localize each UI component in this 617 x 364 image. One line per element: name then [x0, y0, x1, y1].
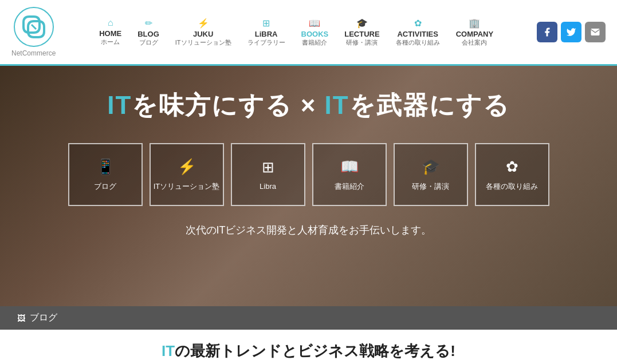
card-libra-label: Libra — [260, 182, 276, 191]
card-books[interactable]: 📖 書籍紹介 — [312, 143, 387, 206]
nav-libra-ja: ライブラリー — [247, 38, 285, 47]
nav-books[interactable]: 📖 BOOKS 書籍紹介 — [293, 15, 337, 49]
card-activities[interactable]: ✿ 各種の取り組み — [475, 143, 549, 206]
nav-lecture-en: LECTURE — [344, 30, 379, 38]
home-icon: ⌂ — [108, 18, 113, 28]
card-books-label: 書籍紹介 — [335, 181, 364, 192]
lecture-icon: 🎓 — [356, 18, 368, 29]
nav-home-ja: ホーム — [101, 38, 120, 46]
svg-line-1 — [32, 25, 36, 29]
hero-content: ITを味方にする × ITを武器にする 📱 ブログ ⚡ ITソリューション塾 ⊞… — [0, 66, 617, 237]
hero-title-text1: を味方にする × — [132, 91, 324, 119]
nav-blog[interactable]: ✏ BLOG ブログ — [129, 15, 167, 49]
blog-section-label: ブログ — [30, 312, 57, 324]
hero-title-text2: を武器にする — [349, 91, 510, 119]
blog-section-header: 🖼 ブログ — [0, 306, 617, 330]
hero-title: ITを味方にする × ITを武器にする — [107, 89, 509, 122]
juku-icon: ⚡ — [198, 18, 209, 29]
card-lecture-icon: 🎓 — [422, 158, 440, 176]
nav-company[interactable]: 🏢 COMPANY 会社案内 — [448, 15, 501, 49]
blog-nav-icon: ✏ — [145, 18, 152, 29]
hero-title-it1: IT — [107, 91, 132, 119]
nav-home-en: HOME — [99, 29, 121, 38]
facebook-button[interactable] — [537, 22, 557, 42]
nav-juku-en: JUKU — [193, 30, 213, 38]
hero-title-it2: IT — [325, 91, 349, 119]
social-area — [537, 22, 606, 42]
nav-company-en: COMPANY — [456, 30, 493, 38]
company-icon: 🏢 — [469, 18, 480, 29]
hero-cards-row: 📱 ブログ ⚡ ITソリューション塾 ⊞ Libra 📖 書籍紹介 🎓 研修・講… — [68, 143, 549, 206]
logo-text: NetCommerce — [11, 49, 56, 57]
libra-icon: ⊞ — [262, 18, 270, 29]
nav-activities-ja: 各種の取り組み — [396, 38, 440, 47]
nav-libra-en: LiBRA — [255, 30, 278, 38]
card-juku-label: ITソリューション塾 — [154, 181, 220, 192]
nav-blog-ja: ブログ — [139, 38, 158, 47]
card-activities-label: 各種の取り組み — [486, 181, 538, 192]
card-lecture-label: 研修・講演 — [412, 181, 449, 192]
hero-section: ITを味方にする × ITを武器にする 📱 ブログ ⚡ ITソリューション塾 ⊞… — [0, 66, 617, 306]
hero-subtitle: 次代のITビジネス開発と人材育成をお手伝いします。 — [186, 223, 432, 237]
activities-icon: ✿ — [414, 18, 422, 29]
card-libra[interactable]: ⊞ Libra — [231, 143, 305, 206]
mail-button[interactable] — [585, 22, 606, 42]
nav-home[interactable]: ⌂ HOME ホーム — [91, 15, 129, 49]
blog-headline: ITの最新トレンドとビジネス戦略を考える! — [0, 330, 617, 364]
card-blog-label: ブログ — [94, 181, 116, 192]
twitter-button[interactable] — [561, 22, 581, 42]
nav-books-en: BOOKS — [301, 30, 329, 38]
blog-section-icon: 🖼 — [17, 314, 25, 323]
card-libra-icon: ⊞ — [262, 159, 274, 176]
main-nav: ⌂ HOME ホーム ✏ BLOG ブログ ⚡ JUKU ITソリューション塾 … — [56, 15, 537, 49]
nav-company-ja: 会社案内 — [462, 38, 487, 47]
card-lecture[interactable]: 🎓 研修・講演 — [394, 143, 468, 206]
nav-lecture[interactable]: 🎓 LECTURE 研修・講演 — [336, 15, 387, 49]
card-blog[interactable]: 📱 ブログ — [68, 143, 143, 206]
nav-libra[interactable]: ⊞ LiBRA ライブラリー — [239, 15, 293, 49]
logo-icon — [14, 7, 54, 47]
blog-headline-text: の最新トレンドとビジネス戦略を考える! — [175, 342, 455, 359]
card-activities-icon: ✿ — [506, 158, 518, 176]
books-icon: 📖 — [309, 18, 320, 29]
nav-activities-en: ACTIVITIES — [397, 30, 438, 38]
logo-area: NetCommerce — [11, 7, 56, 57]
nav-juku[interactable]: ⚡ JUKU ITソリューション塾 — [167, 15, 239, 49]
nav-juku-ja: ITソリューション塾 — [175, 38, 231, 47]
nav-books-ja: 書籍紹介 — [302, 38, 327, 47]
card-juku[interactable]: ⚡ ITソリューション塾 — [150, 143, 224, 206]
blog-headline-it: IT — [162, 342, 175, 359]
card-books-icon: 📖 — [340, 158, 359, 176]
nav-lecture-ja: 研修・講演 — [346, 38, 378, 47]
nav-blog-en: BLOG — [137, 30, 159, 38]
header: NetCommerce ⌂ HOME ホーム ✏ BLOG ブログ ⚡ JUKU… — [0, 0, 617, 66]
nav-activities[interactable]: ✿ ACTIVITIES 各種の取り組み — [388, 15, 448, 49]
card-blog-icon: 📱 — [96, 158, 115, 176]
card-juku-icon: ⚡ — [178, 158, 196, 176]
